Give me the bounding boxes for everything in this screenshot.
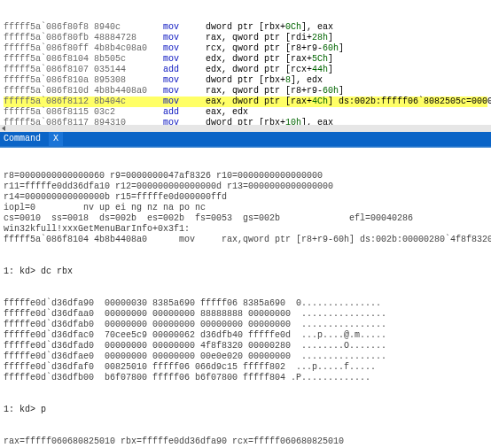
output-line: fffffe0d`d36dfa90 00000030 8385a690 ffff… [4,298,487,309]
output-line: fffffe0d`d36dfad0 00000000 00000000 4f8f… [4,341,487,351]
command-tab-label: Command [4,134,41,143]
output-line: r11=fffffe0dd36dfa10 r12=000000000000000… [4,182,487,192]
disasm-row[interactable]: fffff5a`086f810d 4b8b4408a0 mov rax, qwo… [4,86,487,97]
horizontal-scrollbar[interactable] [0,125,491,132]
command-tab[interactable]: Command X [0,132,491,146]
disasm-row[interactable]: fffff5a`086f80f8 8940c mov dword ptr [rb… [4,22,487,33]
output-line: win32kfull!xxxGetMenuBarInfo+0x3f1: [4,224,487,235]
kd-prompt: 1: kd> dc rbx [4,266,487,277]
output-line: fffffe0d`d36dfaf0 00825010 fffff06 066d9… [4,362,487,373]
disasm-row[interactable]: fffff5a`086f8107 035144 add edx, dword p… [4,65,487,75]
disasm-row[interactable]: fffff5a`086f8104 8b505c mov edx, dword p… [4,54,487,65]
command-output[interactable]: r8=0000000000000060 r9=0000000047af8326 … [0,148,491,448]
disasm-row[interactable]: fffff5a`086f8112 8b404c mov eax, dword p… [4,97,487,107]
disasm-row[interactable]: fffff5a`086f810a 895308 mov dword ptr [r… [4,75,487,86]
disasm-row[interactable]: fffff5a`086f8115 03c2 add eax, edx [4,107,487,118]
output-line: r14=000000000000000b r15=fffffe0d000000f… [4,192,487,203]
output-line: cs=0010 ss=0018 ds=002b es=002b fs=0053 … [4,213,487,224]
output-line: fffffe0d`d36dfaa0 00000000 00000000 8888… [4,309,487,320]
kd-prompt: 1: kd> p [4,405,487,415]
output-line: fffffe0d`d36dfb00 b6f07800 fffff06 b6f07… [4,373,487,383]
close-icon[interactable]: X [49,132,63,146]
output-line: fffffe0d`d36dfab0 00000000 00000000 0000… [4,320,487,330]
disasm-row[interactable]: fffff5a`086f80ff 4b8b4c08a0 mov rcx, qwo… [4,43,487,54]
register-line: rax=fffff060680825010 rbx=fffffe0dd36dfa… [4,436,487,447]
disasm-row[interactable]: fffff5a`086f80fb 48884728 mov rax, qword… [4,33,487,43]
disassembly-pane[interactable]: fffff5a`086f80f8 8940c mov dword ptr [rb… [0,0,491,125]
output-line: r8=0000000000000060 r9=0000000047af8326 … [4,171,487,182]
output-line: fffffe0d`d36dfac0 70cee5c9 00000062 d36d… [4,330,487,341]
output-line: fffff5a`086f8104 4b8b4408a0 mov rax,qwor… [4,235,487,245]
disasm-row[interactable]: fffff5a`086f8117 894310 mov dword ptr [r… [4,118,487,125]
output-line: iopl=0 nv up ei ng nz na po nc [4,203,487,213]
output-line: fffffe0d`d36dfae0 00000000 00000000 00e0… [4,351,487,362]
